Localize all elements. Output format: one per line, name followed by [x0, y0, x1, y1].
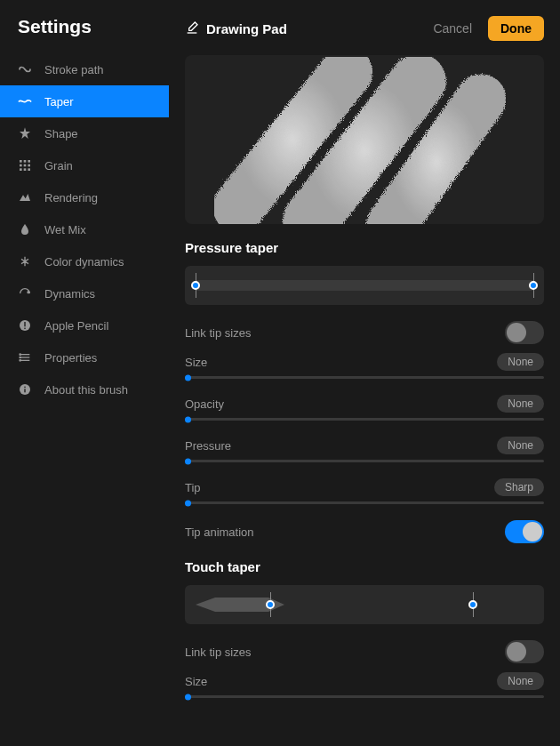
svg-rect-5 [28, 164, 30, 167]
svg-point-21 [24, 387, 26, 389]
range-handle-end[interactable] [529, 281, 538, 290]
svg-point-19 [20, 360, 20, 361]
grain-icon [18, 158, 32, 172]
svg-rect-0 [20, 160, 22, 163]
touch-link-tip-sizes-label: Link tip sizes [185, 646, 251, 659]
tip-label: Tip [185, 481, 201, 494]
pressure-value: None [497, 437, 544, 454]
size-value: None [497, 353, 544, 371]
sidebar-item-dynamics[interactable]: Dynamics [0, 277, 169, 309]
svg-rect-8 [28, 168, 30, 171]
sidebar-item-label: Shape [44, 127, 78, 140]
pressure-taper-title: Pressure taper [185, 240, 544, 255]
touch-size-value: None [497, 672, 544, 690]
sidebar-item-label: Apple Pencil [44, 319, 108, 333]
sidebar-item-wet-mix[interactable]: Wet Mix [0, 213, 169, 245]
sidebar-item-color-dynamics[interactable]: Color dynamics [0, 245, 169, 277]
shape-icon [18, 126, 32, 140]
sidebar-item-label: Rendering [44, 191, 98, 205]
sidebar-item-apple-pencil[interactable]: Apple Pencil [0, 309, 169, 341]
tip-slider[interactable] [185, 501, 544, 504]
sidebar-item-rendering[interactable]: Rendering [0, 181, 169, 213]
svg-rect-7 [24, 168, 27, 171]
svg-point-18 [20, 357, 20, 357]
link-tip-sizes-toggle[interactable] [505, 321, 544, 344]
touch-size-label: Size [185, 675, 207, 688]
brush-preview[interactable] [185, 55, 544, 224]
link-tip-sizes-label: Link tip sizes [185, 326, 251, 340]
done-button[interactable]: Done [488, 16, 544, 41]
taper-icon [18, 94, 32, 108]
touch-range-handle-end[interactable] [468, 600, 477, 609]
svg-rect-1 [24, 160, 27, 163]
pressure-label: Pressure [185, 439, 231, 453]
sidebar-item-label: Dynamics [44, 287, 95, 301]
svg-point-9 [24, 261, 27, 263]
sidebar-item-label: About this brush [44, 383, 128, 397]
svg-rect-2 [28, 160, 30, 163]
header: Drawing Pad Cancel Done [185, 16, 544, 41]
sidebar-item-label: Grain [44, 159, 73, 172]
tip-animation-toggle[interactable] [505, 520, 544, 543]
opacity-value: None [497, 395, 544, 413]
svg-point-10 [28, 292, 29, 293]
tip-value: Sharp [494, 478, 544, 496]
svg-rect-12 [24, 322, 25, 326]
touch-size-slider[interactable] [185, 695, 544, 698]
opacity-label: Opacity [185, 397, 224, 411]
touch-taper-title: Touch taper [185, 559, 544, 574]
settings-sidebar: Settings Stroke path Taper Shape Grain R… [0, 0, 169, 746]
svg-point-13 [24, 328, 26, 330]
pressure-taper-range[interactable] [185, 266, 544, 305]
svg-rect-3 [20, 164, 22, 167]
edit-icon [185, 20, 199, 37]
sidebar-title: Settings [0, 16, 169, 53]
sidebar-item-properties[interactable]: Properties [0, 341, 169, 373]
dynamics-icon [18, 286, 32, 301]
main-panel: Drawing Pad Cancel Done Pressure taper [169, 0, 560, 746]
size-slider[interactable] [185, 376, 544, 379]
svg-rect-22 [24, 389, 25, 392]
sidebar-item-label: Color dynamics [44, 255, 124, 269]
range-handle-start[interactable] [191, 281, 200, 290]
sidebar-item-label: Stroke path [44, 63, 104, 76]
size-label: Size [185, 356, 207, 369]
tip-animation-label: Tip animation [185, 525, 254, 539]
svg-rect-6 [20, 168, 22, 171]
touch-taper-range[interactable] [185, 585, 544, 624]
touch-link-tip-sizes-toggle[interactable] [505, 640, 544, 663]
properties-icon [18, 350, 32, 365]
cancel-button[interactable]: Cancel [433, 21, 472, 36]
sidebar-item-stroke-path[interactable]: Stroke path [0, 53, 169, 85]
rendering-icon [18, 190, 32, 205]
wet-mix-icon [18, 222, 32, 237]
sidebar-item-label: Taper [44, 95, 74, 108]
svg-point-17 [20, 354, 20, 355]
svg-rect-4 [24, 164, 27, 167]
info-icon [18, 382, 32, 397]
sidebar-item-grain[interactable]: Grain [0, 149, 169, 181]
apple-pencil-icon [18, 318, 32, 333]
sidebar-item-about[interactable]: About this brush [0, 373, 169, 405]
sidebar-item-label: Properties [44, 351, 97, 365]
header-title-group[interactable]: Drawing Pad [185, 20, 287, 37]
stroke-path-icon [18, 62, 32, 76]
touch-range-handle-start[interactable] [266, 600, 275, 609]
opacity-slider[interactable] [185, 418, 544, 421]
color-dynamics-icon [18, 254, 32, 269]
sidebar-item-taper[interactable]: Taper [0, 85, 169, 117]
sidebar-item-shape[interactable]: Shape [0, 117, 169, 149]
pressure-slider[interactable] [185, 460, 544, 462]
brush-name: Drawing Pad [206, 21, 287, 36]
sidebar-item-label: Wet Mix [44, 223, 86, 237]
